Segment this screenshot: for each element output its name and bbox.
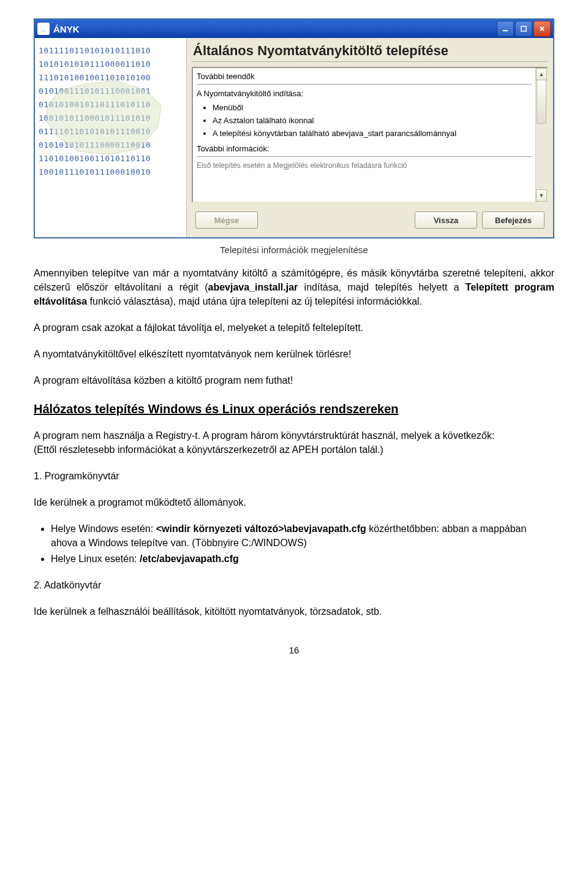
finish-button[interactable]: Befejezés (482, 211, 545, 229)
paragraph: 1. Programkönyvtár (34, 469, 554, 483)
window-titlebar: ÁNYK (35, 20, 553, 38)
window-title: ÁNYK (53, 24, 80, 34)
minimize-button[interactable] (497, 21, 514, 37)
content-bullet: Az Asztalon található ikonnal (213, 115, 532, 126)
content-bullet: Menüből (213, 102, 532, 113)
document-body: Amennyiben telepítve van már a nyomtatvá… (34, 266, 554, 657)
content-bullet: A telepítési könyvtárban található abevj… (213, 127, 532, 139)
paragraph: 2. Adatkönyvtár (34, 578, 554, 592)
svg-rect-0 (503, 30, 508, 31)
truncated-line: Első telepítés esetén a Megjelölés elekt… (197, 160, 532, 172)
list-item: Helye Linux esetén: /etc/abevjavapath.cf… (51, 552, 554, 566)
paragraph: A program csak azokat a fájlokat távolít… (34, 321, 554, 335)
paragraph: Ide kerülnek a programot működtető állom… (34, 495, 554, 509)
image-caption: Telepítési információk megjelenítése (34, 245, 554, 255)
paragraph: A nyomtatványkitöltővel elkészített nyom… (34, 347, 554, 361)
paragraph: Ide kerülnek a felhasználói beállítások,… (34, 604, 554, 618)
cancel-button[interactable]: Mégse (195, 211, 258, 229)
heading: Hálózatos telepítés Windows és Linux ope… (34, 402, 554, 416)
scroll-thumb[interactable] (537, 80, 546, 124)
java-icon (37, 23, 50, 35)
section-heading: További teendők (197, 70, 532, 82)
scroll-up-button[interactable]: ▲ (536, 68, 547, 80)
decorative-binary-image: 1011110110101010111010 10101010101110000… (39, 44, 173, 182)
installer-screenshot: ÁNYK 1011110110101010111010 101010101011… (34, 18, 554, 238)
back-button[interactable]: Vissza (415, 211, 477, 229)
paragraph: A program eltávolítása közben a kitöltő … (34, 373, 554, 387)
section-heading: További információk: (197, 143, 532, 154)
hungary-map-icon (42, 75, 164, 161)
scroll-down-button[interactable]: ▼ (536, 189, 547, 202)
installer-sidebar: 1011110110101010111010 10101010101110000… (35, 38, 187, 237)
installer-content: További teendők A Nyomtatványkitöltő ind… (192, 67, 548, 203)
maximize-button[interactable] (515, 21, 532, 37)
paragraph: A program nem használja a Registry-t. A … (34, 428, 554, 457)
scrollbar[interactable]: ▲ ▼ (535, 68, 547, 202)
svg-rect-1 (521, 26, 526, 31)
close-button[interactable] (533, 21, 551, 37)
installer-heading: Általános Nyomtatványkitöltő telepítése (192, 42, 548, 62)
content-line: A Nyomtatványkitöltő indítása: (197, 88, 532, 99)
list-item: Helye Windows esetén: <windir környezeti… (51, 522, 554, 550)
paragraph: Amennyiben telepítve van már a nyomtatvá… (34, 266, 554, 308)
page-number: 16 (34, 643, 554, 657)
